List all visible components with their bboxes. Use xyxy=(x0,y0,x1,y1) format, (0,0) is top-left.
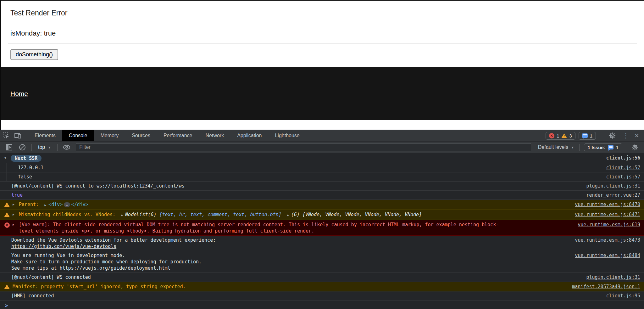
devtools-panel: Elements Console Memory Sources Performa… xyxy=(0,130,644,309)
close-icon: × xyxy=(635,131,639,140)
divider xyxy=(8,43,637,43)
warning-icon xyxy=(4,284,10,289)
console-sidebar-button[interactable] xyxy=(3,144,15,151)
ellipsis-expander[interactable]: … xyxy=(64,202,70,207)
gear-icon xyxy=(631,144,638,151)
message-line: Make sure to turn on production mode whe… xyxy=(11,259,202,265)
separator xyxy=(601,132,601,139)
source-link[interactable]: plugin.client.js:31 xyxy=(580,183,640,189)
warning-icon xyxy=(4,202,10,207)
warning-icon xyxy=(4,212,10,217)
clear-console-button[interactable] xyxy=(16,143,28,151)
tab-lighthouse[interactable]: Lighthouse xyxy=(268,130,306,141)
source-link[interactable]: client.js:57 xyxy=(600,165,640,171)
source-link[interactable]: vue.runtime.esm.js:8473 xyxy=(569,237,640,243)
expand-caret-icon[interactable]: ▶ xyxy=(121,213,123,217)
console-message: Download the Vue Devtools extension for … xyxy=(0,236,644,251)
issues-badge[interactable]: 1 Issue: 1 xyxy=(584,143,622,151)
footer-nav: Home xyxy=(1,67,644,120)
message-count: 1 xyxy=(590,133,592,138)
clear-icon xyxy=(19,143,26,151)
source-link[interactable]: vue.runtime.esm.js:6470 xyxy=(569,201,640,208)
message-line: Download the Vue Devtools extension for … xyxy=(11,237,216,243)
console-filter-input[interactable] xyxy=(76,143,531,151)
rendered-page: Test Render Error isMonday: true doSomet… xyxy=(0,0,644,130)
deployment-link[interactable]: https://vuejs.org/guide/deployment.html xyxy=(60,265,170,271)
tab-elements[interactable]: Elements xyxy=(28,130,62,141)
prompt-chevron-icon: > xyxy=(5,302,8,309)
home-link[interactable]: Home xyxy=(10,90,28,98)
screen: Test Render Error isMonday: true doSomet… xyxy=(0,0,644,309)
divider xyxy=(8,23,637,23)
source-link[interactable]: plugin.client.js:31 xyxy=(580,274,640,280)
console-log: ▼ Nuxt SSR client.js:56 127.0.0.1 client… xyxy=(0,154,644,309)
console-message: [@nuxt/content] WS connect to ws://local… xyxy=(0,182,644,191)
source-link[interactable]: client.js:95 xyxy=(600,293,640,299)
source-link[interactable]: vue.runtime.esm.js:6471 xyxy=(569,211,640,218)
console-message: [HMR] connected client.js:95 xyxy=(0,291,644,301)
more-options-button[interactable]: ⋮ xyxy=(621,132,630,139)
message-text: [HMR] connected xyxy=(11,293,54,299)
github-link[interactable]: https://github.com/vuejs/vue-devtools xyxy=(11,244,116,249)
expand-caret-icon[interactable]: ▶ xyxy=(13,201,17,208)
source-link[interactable]: vue.runtime.esm.js:8484 xyxy=(569,252,640,259)
error-icon xyxy=(4,222,10,228)
expand-caret-icon[interactable]: ▶ xyxy=(287,213,289,217)
issues-label: 1 Issue: xyxy=(588,145,605,150)
source-link[interactable]: client.js:57 xyxy=(600,174,640,180)
execution-context-selector[interactable]: top ▼ xyxy=(35,144,54,150)
message-text: false xyxy=(18,174,32,180)
kebab-icon: ⋮ xyxy=(623,132,629,139)
warning-message-text: Manifest: property 'start_url' ignored, … xyxy=(13,284,186,290)
tab-performance[interactable]: Performance xyxy=(157,130,199,141)
messages-badge[interactable]: 1 xyxy=(579,132,596,140)
errors-warnings-badge[interactable]: 1 3 xyxy=(546,132,575,140)
issue-bubble-icon xyxy=(608,145,613,149)
ws-url-link[interactable]: //localhost:1234 xyxy=(105,183,151,189)
console-warning: ▶ Parent:▶<div>…</div> vue.runtime.esm.j… xyxy=(0,200,644,210)
tab-application[interactable]: Application xyxy=(230,130,268,141)
message-text: Mismatching childNodes vs. VNodes:▶NodeL… xyxy=(19,211,422,218)
inspect-icon xyxy=(3,132,9,139)
message-text-post: /_content/ws xyxy=(151,183,185,189)
expand-caret-icon[interactable]: ▶ xyxy=(13,222,17,228)
warn-label: Parent: xyxy=(19,202,39,207)
do-something-button[interactable]: doSomething() xyxy=(10,49,58,60)
expand-caret-icon[interactable]: ▶ xyxy=(13,211,17,218)
source-link[interactable]: render_error.vue:27 xyxy=(580,192,640,198)
levels-label: Default levels xyxy=(538,144,568,150)
console-prompt[interactable]: > xyxy=(0,301,644,309)
collapse-caret-icon[interactable]: ▼ xyxy=(4,155,8,161)
message-bubble-icon xyxy=(582,133,588,138)
console-message: false client.js:57 xyxy=(0,172,644,182)
tab-console[interactable]: Console xyxy=(62,130,94,141)
gear-icon xyxy=(609,132,616,139)
message-line: See more tips at xyxy=(11,265,60,271)
tab-sources[interactable]: Sources xyxy=(125,130,157,141)
console-error: ▶ [Vue warn]: The client-side rendered v… xyxy=(0,220,644,236)
expand-caret-icon[interactable]: ▶ xyxy=(44,203,46,207)
vnode-array: (6) [VNode, VNode, VNode, VNode, VNode, … xyxy=(291,212,422,217)
log-levels-dropdown[interactable]: Default levels ▼ xyxy=(535,144,577,150)
source-link[interactable]: manifest.20573a49.json:1 xyxy=(566,284,640,290)
console-message: 127.0.0.1 client.js:57 xyxy=(0,163,644,172)
source-link[interactable]: vue.runtime.esm.js:619 xyxy=(571,222,640,228)
icon-cell xyxy=(3,201,11,207)
separator xyxy=(579,144,580,151)
sidebar-panel-icon xyxy=(6,144,13,151)
html-tag-open: <div> xyxy=(48,202,63,207)
settings-button[interactable] xyxy=(606,132,618,139)
device-toolbar-button[interactable] xyxy=(12,130,24,141)
nodelist-items: [text, hr, text, comment, text, button.b… xyxy=(159,212,281,217)
live-expression-button[interactable] xyxy=(61,144,73,151)
boolean-value: true xyxy=(11,192,23,198)
tab-network[interactable]: Network xyxy=(199,130,230,141)
close-devtools-button[interactable]: × xyxy=(633,131,640,140)
message-text: [@nuxt/content] WS connected xyxy=(11,274,91,280)
tab-memory[interactable]: Memory xyxy=(94,130,125,141)
inspect-element-button[interactable] xyxy=(0,130,12,141)
message-text: Download the Vue Devtools extension for … xyxy=(11,237,216,250)
console-settings-button[interactable] xyxy=(629,144,641,151)
source-link[interactable]: client.js:56 xyxy=(600,155,640,161)
message-text: Parent:▶<div>…</div> xyxy=(19,201,88,208)
